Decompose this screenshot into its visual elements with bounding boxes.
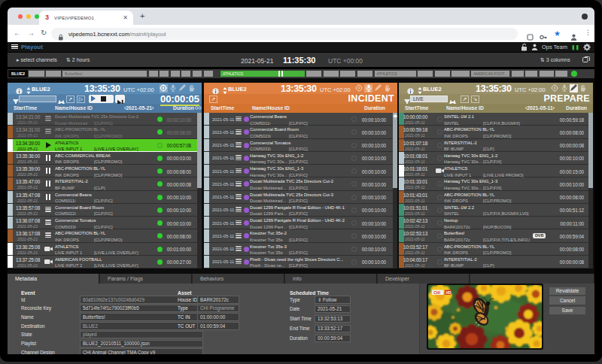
svg-text:CHI: CHI (433, 290, 440, 295)
svg-text:HD: HD (446, 291, 451, 295)
